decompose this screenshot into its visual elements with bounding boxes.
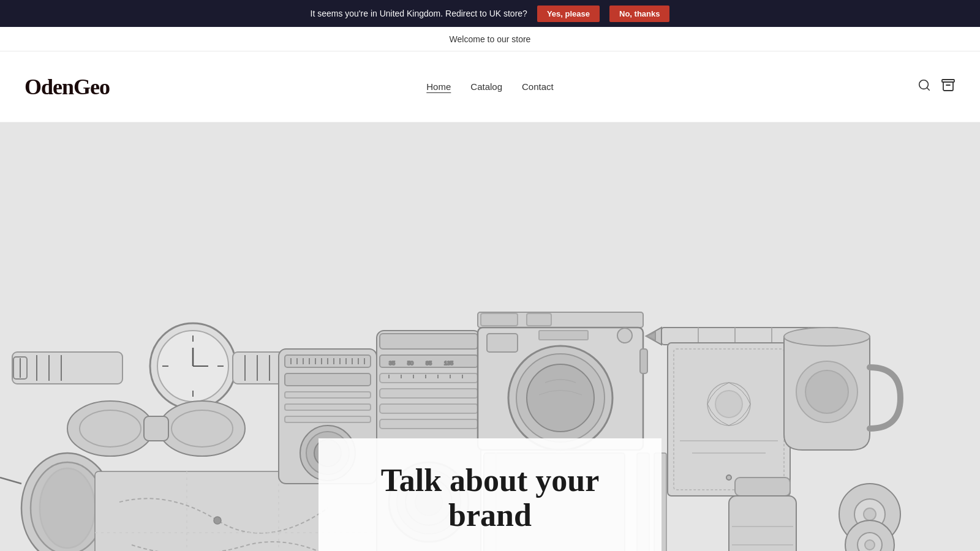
svg-point-132 (726, 475, 731, 480)
svg-rect-81 (380, 404, 478, 413)
svg-rect-5 (12, 352, 123, 384)
svg-point-39 (214, 517, 221, 524)
logo[interactable]: OdenGeo (24, 74, 110, 100)
svg-text:85: 85 (426, 360, 432, 366)
svg-rect-142 (735, 478, 790, 496)
welcome-bar: Welcome to our store (0, 27, 980, 51)
nav-contact[interactable]: Contact (522, 81, 554, 92)
svg-point-129 (715, 391, 742, 418)
svg-rect-100 (539, 331, 588, 340)
svg-rect-2 (942, 80, 954, 82)
svg-rect-73 (380, 334, 478, 349)
main-nav: Home Catalog Contact (426, 81, 553, 92)
svg-rect-66 (285, 392, 371, 398)
svg-point-103 (527, 364, 594, 432)
svg-rect-105 (640, 349, 647, 373)
header-icons (918, 78, 956, 96)
svg-rect-31 (144, 416, 168, 441)
svg-point-135 (805, 370, 848, 413)
announcement-text: It seems you're in United Kingdom. Redir… (311, 9, 527, 18)
hero-section: 35 50 85 135 (0, 122, 980, 551)
welcome-text: Welcome to our store (450, 34, 531, 44)
svg-rect-65 (285, 373, 371, 386)
svg-point-138 (864, 508, 876, 520)
search-icon[interactable] (918, 78, 931, 96)
svg-rect-96 (481, 313, 518, 326)
svg-rect-82 (380, 419, 478, 429)
svg-rect-67 (285, 404, 371, 410)
announcement-bar: It seems you're in United Kingdom. Redir… (0, 0, 980, 27)
svg-text:135: 135 (444, 360, 453, 366)
svg-rect-80 (380, 389, 478, 398)
header: OdenGeo Home Catalog Contact (0, 51, 980, 122)
svg-point-133 (784, 328, 870, 346)
svg-rect-99 (487, 334, 518, 352)
yes-redirect-button[interactable]: Yes, please (537, 6, 600, 22)
svg-rect-126 (668, 343, 790, 496)
svg-rect-143 (729, 496, 796, 551)
svg-line-1 (927, 88, 929, 90)
svg-point-36 (40, 468, 95, 548)
svg-rect-68 (285, 416, 371, 422)
brand-card: Talk about your brand (318, 438, 662, 551)
svg-text:35: 35 (389, 360, 395, 366)
svg-point-104 (617, 328, 632, 343)
svg-text:50: 50 (407, 360, 413, 366)
no-redirect-button[interactable]: No, thanks (609, 6, 669, 22)
nav-catalog[interactable]: Catalog (470, 81, 502, 92)
cart-icon[interactable] (941, 78, 956, 96)
svg-rect-97 (527, 313, 551, 326)
brand-title: Talk about your brand (355, 463, 625, 533)
nav-home[interactable]: Home (426, 81, 451, 92)
svg-point-141 (865, 540, 875, 550)
